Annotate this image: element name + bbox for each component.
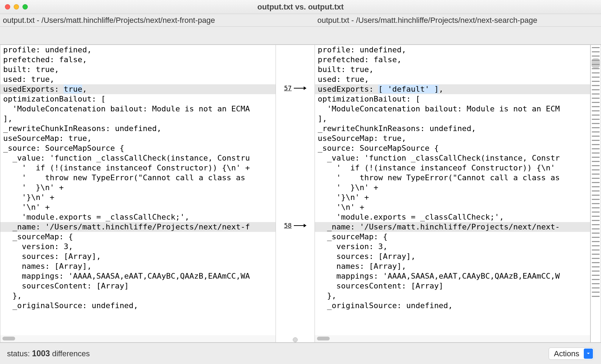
code-line[interactable]: _source: SourceMapSource { bbox=[315, 143, 590, 153]
code-line[interactable]: '}\n' + bbox=[0, 193, 276, 202]
overview-tick bbox=[592, 68, 600, 69]
diff-marker[interactable]: 57 bbox=[276, 84, 315, 92]
code-line[interactable]: sourcesContent: [Array] bbox=[0, 281, 276, 291]
diff-marker[interactable]: 58 bbox=[276, 222, 315, 229]
code-line[interactable]: _name: '/Users/matt.hinchliffe/Projects/… bbox=[0, 222, 276, 232]
overview-tick bbox=[592, 266, 600, 267]
code-line[interactable]: '}\n' + bbox=[315, 193, 590, 202]
code-line[interactable]: mappings: 'AAAA,SAASA,eAAT,CAAyBC,QAAzB,… bbox=[315, 271, 590, 281]
code-line[interactable]: names: [Array], bbox=[0, 261, 276, 271]
code-line[interactable]: 'module.exports = _classCallCheck;', bbox=[0, 212, 276, 222]
left-pane[interactable]: profile: undefined,prefetched: false,bui… bbox=[0, 45, 276, 343]
scrollbar-thumb[interactable] bbox=[317, 337, 330, 340]
code-line[interactable]: ' if (!(instance instanceof Constructor)… bbox=[315, 163, 590, 173]
overview-tick bbox=[592, 144, 600, 145]
code-line[interactable]: optimizationBailout: [ bbox=[315, 94, 590, 104]
left-horizontal-scrollbar[interactable] bbox=[0, 335, 276, 342]
overview-tick bbox=[592, 182, 600, 183]
code-line[interactable]: _sourceMap: { bbox=[315, 232, 590, 242]
overview-tick bbox=[592, 169, 600, 170]
code-line[interactable]: usedExports: true, bbox=[0, 84, 276, 94]
code-line[interactable]: prefetched: false, bbox=[0, 55, 276, 65]
right-horizontal-scrollbar[interactable] bbox=[315, 335, 590, 342]
code-line[interactable]: sources: [Array], bbox=[0, 252, 276, 261]
left-content[interactable]: profile: undefined,prefetched: false,bui… bbox=[0, 45, 276, 335]
overview-tick bbox=[592, 51, 600, 52]
code-line[interactable]: _rewriteChunkInReasons: undefined, bbox=[315, 124, 590, 134]
right-pane[interactable]: profile: undefined,prefetched: false,bui… bbox=[315, 45, 590, 343]
code-line[interactable]: ' throw new TypeError("Cannot call a cla… bbox=[315, 173, 590, 183]
code-line[interactable]: usedExports: [ 'default' ], bbox=[315, 84, 590, 94]
code-line[interactable]: profile: undefined, bbox=[315, 45, 590, 55]
overview-tick bbox=[592, 224, 600, 225]
overview-ruler[interactable] bbox=[590, 45, 601, 343]
code-line[interactable]: 'module.exports = _classCallCheck;', bbox=[315, 212, 590, 222]
code-line[interactable]: sources: [Array], bbox=[315, 252, 590, 261]
code-line[interactable]: _rewriteChunkInReasons: undefined, bbox=[0, 124, 276, 134]
toolbar-gap bbox=[0, 27, 601, 44]
overview-tick bbox=[592, 89, 600, 90]
code-line[interactable]: built: true, bbox=[315, 65, 590, 74]
code-line[interactable]: names: [Array], bbox=[315, 261, 590, 271]
close-icon[interactable] bbox=[5, 4, 10, 9]
code-line[interactable]: '\n' + bbox=[315, 202, 590, 212]
code-line[interactable]: _originalSource: undefined, bbox=[315, 301, 590, 311]
code-line[interactable]: 'ModuleConcatenation bailout: Module is … bbox=[315, 104, 590, 114]
overview-tick bbox=[592, 241, 600, 242]
code-line[interactable]: 'ModuleConcatenation bailout: Module is … bbox=[0, 104, 276, 114]
overview-tick bbox=[592, 254, 600, 255]
code-line[interactable]: _sourceMap: { bbox=[0, 232, 276, 242]
code-line[interactable]: optimizationBailout: [ bbox=[0, 94, 276, 104]
overview-tick bbox=[592, 110, 600, 111]
code-line[interactable]: mappings: 'AAAA,SAASA,eAAT,CAAyBC,QAAzB,… bbox=[0, 271, 276, 281]
code-line[interactable]: _value: 'function _classCallCheck(instan… bbox=[0, 153, 276, 163]
overview-tick bbox=[592, 161, 600, 162]
zoom-icon[interactable] bbox=[22, 4, 28, 9]
code-line[interactable]: _source: SourceMapSource { bbox=[0, 143, 276, 153]
titlebar: output.txt vs. output.txt bbox=[0, 0, 601, 14]
status-label: status: bbox=[7, 349, 30, 358]
code-line[interactable]: ], bbox=[0, 114, 276, 124]
code-line[interactable]: ' throw new TypeError("Cannot call a cla… bbox=[0, 173, 276, 183]
overview-tick bbox=[592, 64, 600, 65]
code-line[interactable]: ' }\n' + bbox=[315, 183, 590, 193]
minimize-icon[interactable] bbox=[14, 4, 19, 9]
code-line[interactable]: _originalSource: undefined, bbox=[0, 301, 276, 311]
overview-tick bbox=[592, 283, 600, 284]
code-line[interactable]: _name: '/Users/matt.hinchliffe/Projects/… bbox=[315, 222, 590, 232]
code-line[interactable]: prefetched: false, bbox=[315, 55, 590, 65]
code-line[interactable]: profile: undefined, bbox=[0, 45, 276, 55]
code-line[interactable]: '\n' + bbox=[0, 202, 276, 212]
overview-tick bbox=[592, 245, 600, 246]
code-line[interactable]: ' }\n' + bbox=[0, 183, 276, 193]
code-line[interactable]: ' if (!(instance instanceof Constructor)… bbox=[0, 163, 276, 173]
code-line[interactable]: version: 3, bbox=[0, 242, 276, 252]
file-headers: output.txt - /Users/matt.hinchliffe/Proj… bbox=[0, 14, 601, 27]
status-suffix: differences bbox=[52, 349, 90, 358]
arrow-right-icon bbox=[294, 86, 306, 91]
code-line[interactable]: }, bbox=[0, 291, 276, 301]
code-line[interactable]: built: true, bbox=[0, 65, 276, 74]
overview-tick bbox=[592, 60, 600, 61]
code-line[interactable]: used: true, bbox=[0, 74, 276, 84]
split-handle-icon[interactable] bbox=[293, 337, 298, 342]
overview-tick bbox=[592, 148, 600, 149]
overview-tick bbox=[592, 271, 600, 272]
code-line[interactable]: sourcesContent: [Array] bbox=[315, 281, 590, 291]
overview-tick bbox=[592, 56, 600, 57]
code-line[interactable]: ], bbox=[315, 114, 590, 124]
code-line[interactable]: useSourceMap: true, bbox=[0, 134, 276, 143]
overview-tick bbox=[592, 292, 600, 293]
code-line[interactable]: used: true, bbox=[315, 74, 590, 84]
code-line[interactable]: }, bbox=[315, 291, 590, 301]
scrollbar-thumb[interactable] bbox=[2, 337, 15, 340]
code-line[interactable]: version: 3, bbox=[315, 242, 590, 252]
overview-tick bbox=[592, 93, 600, 95]
code-line[interactable]: _value: 'function _classCallCheck(instan… bbox=[315, 153, 590, 163]
diff-area: profile: undefined,prefetched: false,bui… bbox=[0, 44, 601, 343]
overview-tick bbox=[592, 279, 600, 280]
window-controls bbox=[5, 4, 28, 9]
window-title: output.txt vs. output.txt bbox=[0, 2, 601, 12]
code-line[interactable]: useSourceMap: true, bbox=[315, 134, 590, 143]
right-content[interactable]: profile: undefined,prefetched: false,bui… bbox=[315, 45, 590, 335]
